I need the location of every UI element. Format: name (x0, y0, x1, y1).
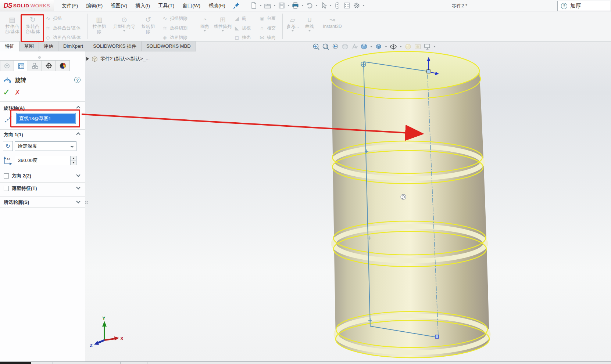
settings-gear-icon[interactable] (352, 1, 361, 10)
ribbon-button-loft[interactable]: ≋放样凸台/基体 (45, 23, 86, 33)
fillet-dropdown-arrow[interactable] (204, 30, 206, 32)
menu-item-insert[interactable]: 插入(I) (131, 0, 154, 11)
tab-solidworks-addins[interactable]: SOLIDWORKS 插件 (88, 42, 142, 51)
zoom-to-fit-icon[interactable] (312, 43, 321, 51)
ribbon-button-boundary-cut[interactable]: ◈边界切除 (162, 33, 193, 42)
cancel-button[interactable]: ✗ (15, 89, 20, 96)
tree-expand-arrow-icon[interactable] (86, 57, 89, 61)
panel-collapse-handle[interactable] (38, 56, 41, 59)
section-view-icon[interactable] (340, 43, 349, 51)
ribbon-button-instant3d[interactable]: ↝ Instant3D (319, 13, 346, 41)
ribbon-button-revolved-cut[interactable]: ↺ 旋转切 除 (139, 13, 157, 41)
chevron-down-icon[interactable] (76, 173, 80, 177)
section-thin-feature[interactable]: 薄壁特征(T) (4, 185, 37, 192)
select-dropdown-arrow[interactable] (329, 5, 332, 6)
section-axis-of-revolution[interactable]: 旋转轴(A) (4, 105, 25, 112)
angle-spinner[interactable]: 360.00度 (15, 156, 76, 165)
chevron-up-icon[interactable] (76, 106, 80, 110)
ribbon-button-fillet[interactable]: ◔ 圆角 (196, 13, 213, 41)
print-button[interactable] (291, 1, 300, 10)
spin-up-button[interactable] (71, 156, 76, 161)
menu-item-edit[interactable]: 编辑(E) (82, 0, 107, 11)
menu-item-help[interactable]: 帮助(H) (204, 0, 229, 11)
flyout-feature-tree[interactable]: 零件2 (默认<<默认>_... (86, 55, 150, 62)
panel-splitter-handle[interactable] (85, 201, 88, 204)
ribbon-button-lofted-cut[interactable]: ≋放样切割 (162, 23, 193, 33)
tab-sketch[interactable]: 草图 (19, 42, 39, 51)
open-document-button[interactable] (263, 1, 272, 10)
new-dropdown-arrow[interactable] (260, 5, 262, 6)
options-list-icon[interactable] (342, 1, 352, 10)
command-search-box[interactable]: ? 加厚 (557, 1, 611, 11)
new-document-button[interactable] (249, 1, 258, 10)
thin-feature-checkbox[interactable] (4, 186, 9, 191)
property-manager-help-icon[interactable]: ? (74, 77, 81, 83)
ok-button[interactable]: ✓ (3, 88, 10, 96)
menu-item-file[interactable]: 文件(F) (58, 0, 82, 11)
menu-item-window[interactable]: 窗口(W) (178, 0, 204, 11)
tab-evaluate[interactable]: 评估 (39, 42, 58, 51)
apply-scene-icon[interactable] (413, 43, 422, 51)
settings-dropdown-arrow[interactable] (362, 5, 365, 6)
spin-down-button[interactable] (71, 161, 76, 165)
ribbon-button-revolved-boss[interactable]: ↻ 旋转凸 台/基体 (22, 13, 43, 41)
chevron-down-icon[interactable] (76, 199, 80, 203)
axis-selection-field[interactable]: 直线13@草图1 (16, 113, 76, 124)
ribbon-button-wrap[interactable]: ◉包覆 (259, 14, 282, 23)
undo-button[interactable] (305, 1, 314, 10)
hole-wizard-dropdown-arrow[interactable] (123, 30, 125, 32)
view-settings-icon[interactable] (423, 43, 432, 51)
save-dropdown-arrow[interactable] (287, 5, 290, 6)
ribbon-button-mirror[interactable]: ⋈镜向 (259, 33, 282, 42)
print-dropdown-arrow[interactable] (301, 5, 304, 6)
tab-appearances[interactable] (56, 60, 70, 71)
graphics-viewport[interactable]: Y X Z 零件2 (默认<<默认>_... dooooit@暴走 (85, 42, 611, 361)
ribbon-button-curves[interactable]: ∪ 曲线 (301, 13, 318, 41)
section-direction1[interactable]: 方向 1(1) (4, 131, 23, 138)
tab-configuration-manager[interactable] (28, 60, 42, 71)
ribbon-button-hole-wizard[interactable]: ⊙ 异型孔向导 (109, 13, 140, 41)
help-icon[interactable]: ? (561, 3, 567, 9)
view-orientation-icon[interactable] (360, 43, 368, 51)
ribbon-button-sweep[interactable]: ∿扫描 (45, 14, 86, 23)
undo-dropdown-arrow[interactable] (315, 5, 318, 6)
ribbon-button-extruded-cut[interactable]: ▥ 拉伸切 除 (90, 13, 109, 41)
ribbon-button-draft[interactable]: ◣拔模 (234, 23, 257, 33)
tab-feature-tree[interactable] (0, 60, 14, 71)
save-button[interactable] (277, 1, 286, 10)
end-condition-dropdown[interactable]: 给定深度 (15, 141, 76, 151)
section-direction2[interactable]: 方向 2(2) (4, 173, 31, 179)
direction2-checkbox[interactable] (4, 173, 9, 179)
pin-icon[interactable] (233, 2, 240, 9)
ribbon-button-reference-geometry[interactable]: ▱ 参考... (284, 13, 301, 41)
hide-show-items-icon[interactable] (389, 43, 398, 51)
ribbon-button-intersect[interactable]: ∩相交 (259, 23, 282, 33)
ribbon-button-boundary-boss[interactable]: ◇边界凸台/基体 (45, 33, 86, 42)
zoom-to-area-icon[interactable] (321, 43, 330, 51)
menu-item-view[interactable]: 视图(V) (107, 0, 131, 11)
ribbon-button-shell[interactable]: ◻抽壳 (234, 33, 257, 42)
ribbon-button-swept-cut[interactable]: ∿扫描切除 (162, 14, 193, 23)
tab-features[interactable]: 特征 (0, 42, 19, 51)
edit-appearance-icon[interactable] (404, 43, 412, 51)
reference-dropdown-arrow[interactable] (292, 30, 294, 32)
ribbon-button-linear-pattern[interactable]: ⊞ 线性阵列 (212, 13, 234, 41)
linear-pattern-dropdown-arrow[interactable] (222, 30, 224, 32)
tab-solidworks-mbd[interactable]: SOLIDWORKS MBD (142, 42, 196, 51)
selection-toggle-icon[interactable] (333, 1, 342, 10)
section-selected-contours[interactable]: 所选轮廓(S) (4, 199, 29, 206)
display-style-dropdown-arrow[interactable] (385, 46, 387, 47)
display-style-icon[interactable] (374, 43, 383, 51)
ribbon-button-rib[interactable]: ◢筋 (234, 14, 257, 23)
curves-dropdown-arrow[interactable] (308, 30, 311, 32)
tab-dimxpert-manager[interactable] (42, 60, 56, 71)
tree-root-label[interactable]: 零件2 (默认<<默认>_... (100, 55, 150, 62)
menu-item-tools[interactable]: 工具(T) (154, 0, 178, 11)
select-button[interactable] (319, 1, 328, 10)
3d-drawing-view-icon[interactable] (350, 43, 359, 51)
open-dropdown-arrow[interactable] (274, 5, 276, 6)
tab-dimxpert[interactable]: DimXpert (58, 42, 88, 51)
ribbon-button-extruded-boss[interactable]: ▤ 拉伸凸 台/基体 (2, 13, 22, 41)
view-settings-dropdown-arrow[interactable] (433, 46, 436, 47)
chevron-up-icon[interactable] (76, 132, 80, 136)
